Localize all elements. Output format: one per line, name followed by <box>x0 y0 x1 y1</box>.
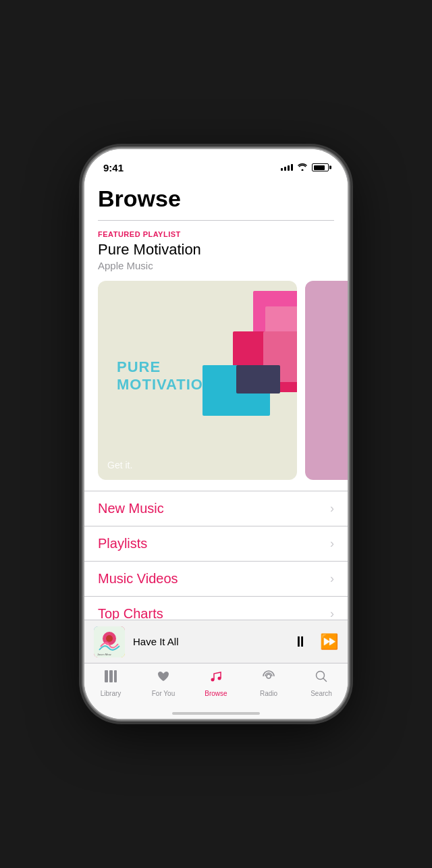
tab-browse-label: Browse <box>205 690 227 697</box>
phone-frame: 9:41 <box>84 149 348 719</box>
wifi-icon <box>297 162 308 173</box>
status-time: 9:41 <box>103 162 124 173</box>
screen: 9:41 <box>84 149 348 719</box>
menu-item-new-music[interactable]: New Music › <box>84 491 348 526</box>
pause-button[interactable]: ⏸ <box>293 633 308 651</box>
featured-carousel[interactable]: PURE MOTIVATION Get it. <box>84 281 348 491</box>
mini-player-artwork: Jason Mraz <box>94 626 125 657</box>
artwork-text: PURE MOTIVATION <box>117 358 215 394</box>
signal-icon <box>281 164 293 171</box>
chevron-right-icon: › <box>330 501 334 516</box>
chevron-right-icon: › <box>330 537 334 551</box>
signal-bar-1 <box>281 168 283 171</box>
menu-list: New Music › Playlists › Music Videos › T… <box>84 491 348 632</box>
library-icon <box>103 669 118 688</box>
tab-bar: Library For You <box>84 663 348 719</box>
page-title: Browse <box>84 179 348 220</box>
featured-title: Pure Motivation <box>98 241 334 259</box>
tab-radio-label: Radio <box>260 690 277 697</box>
tab-search[interactable]: Search <box>295 669 348 697</box>
mini-player-title: Have It All <box>133 636 285 647</box>
svg-point-7 <box>211 678 215 682</box>
signal-bar-3 <box>288 165 290 171</box>
battery-icon <box>312 163 329 171</box>
heart-icon <box>156 669 171 688</box>
featured-card-secondary[interactable] <box>305 281 348 480</box>
chevron-right-icon: › <box>330 572 334 586</box>
chevron-right-icon: › <box>330 607 334 621</box>
get-it-label: Get it. <box>107 460 132 470</box>
tab-search-label: Search <box>310 690 332 697</box>
svg-text:Jason Mraz: Jason Mraz <box>97 653 111 656</box>
content-area: Browse FEATURED PLAYLIST Pure Motivation… <box>84 179 348 663</box>
svg-point-9 <box>267 674 271 678</box>
mini-art-background: Jason Mraz <box>94 626 125 657</box>
menu-item-playlists[interactable]: Playlists › <box>84 526 348 562</box>
phone-wrapper: 9:41 <box>0 0 432 868</box>
featured-section: FEATURED PLAYLIST Pure Motivation Apple … <box>84 221 348 271</box>
search-icon <box>314 669 329 688</box>
radio-icon <box>261 669 276 688</box>
svg-rect-5 <box>109 670 113 682</box>
status-icons <box>281 162 329 173</box>
mini-player[interactable]: Jason Mraz Have It All ⏸ ⏩ <box>84 620 348 663</box>
block-dark <box>236 365 280 394</box>
signal-bar-4 <box>291 164 293 171</box>
tab-radio[interactable]: Radio <box>242 669 295 697</box>
signal-bar-2 <box>284 167 286 171</box>
status-bar: 9:41 <box>84 149 348 179</box>
featured-subtitle: Apple Music <box>98 260 334 271</box>
tab-library[interactable]: Library <box>84 669 137 697</box>
home-indicator <box>172 712 260 715</box>
featured-card-pure-motivation[interactable]: PURE MOTIVATION Get it. <box>98 281 297 480</box>
music-note-icon <box>209 669 223 688</box>
pure-motivation-artwork: PURE MOTIVATION Get it. <box>98 281 297 480</box>
svg-rect-6 <box>114 670 117 682</box>
battery-fill <box>314 165 325 170</box>
menu-item-music-videos[interactable]: Music Videos › <box>84 562 348 597</box>
svg-point-2 <box>106 635 113 642</box>
featured-label: FEATURED PLAYLIST <box>98 230 334 238</box>
svg-rect-4 <box>105 670 108 682</box>
tab-library-label: Library <box>101 690 122 697</box>
tab-for-you-label: For You <box>152 690 175 697</box>
tab-for-you[interactable]: For You <box>137 669 190 697</box>
svg-point-8 <box>218 677 221 680</box>
tab-browse[interactable]: Browse <box>190 669 242 697</box>
fast-forward-button[interactable]: ⏩ <box>320 633 338 651</box>
mini-player-controls: ⏸ ⏩ <box>293 633 338 651</box>
